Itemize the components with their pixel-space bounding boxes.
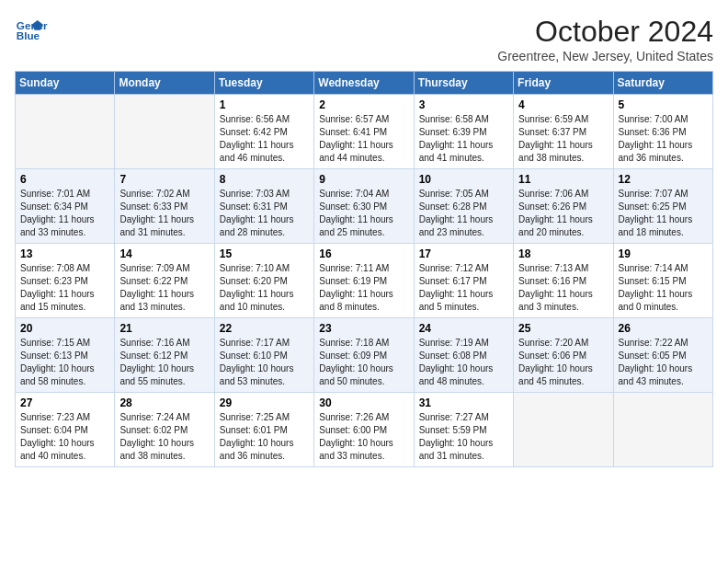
day-number: 5 [619, 98, 708, 111]
day-info: Sunrise: 7:14 AM Sunset: 6:15 PM Dayligh… [619, 262, 708, 314]
day-info: Sunrise: 7:00 AM Sunset: 6:36 PM Dayligh… [619, 113, 708, 165]
day-info: Sunrise: 7:15 AM Sunset: 6:13 PM Dayligh… [20, 337, 109, 388]
calendar-cell: 13Sunrise: 7:08 AM Sunset: 6:23 PM Dayli… [16, 244, 115, 318]
day-number: 27 [20, 396, 109, 409]
day-info: Sunrise: 6:57 AM Sunset: 6:41 PM Dayligh… [319, 113, 408, 165]
weekday-header: Monday [115, 72, 214, 95]
calendar-cell: 17Sunrise: 7:12 AM Sunset: 6:17 PM Dayli… [414, 244, 513, 318]
day-info: Sunrise: 7:23 AM Sunset: 6:04 PM Dayligh… [20, 411, 109, 463]
calendar-cell: 25Sunrise: 7:20 AM Sunset: 6:06 PM Dayli… [514, 318, 613, 393]
day-number: 18 [518, 247, 608, 260]
day-info: Sunrise: 7:19 AM Sunset: 6:08 PM Dayligh… [419, 337, 508, 388]
day-info: Sunrise: 7:01 AM Sunset: 6:34 PM Dayligh… [20, 188, 109, 239]
day-info: Sunrise: 7:05 AM Sunset: 6:28 PM Dayligh… [419, 188, 508, 239]
calendar-week-row: 20Sunrise: 7:15 AM Sunset: 6:13 PM Dayli… [16, 318, 713, 393]
calendar-cell: 9Sunrise: 7:04 AM Sunset: 6:30 PM Daylig… [314, 169, 414, 244]
title-block: October 2024 Greentree, New Jersey, Unit… [497, 15, 713, 63]
calendar-cell: 18Sunrise: 7:13 AM Sunset: 6:16 PM Dayli… [514, 244, 613, 318]
calendar-cell: 29Sunrise: 7:25 AM Sunset: 6:01 PM Dayli… [214, 393, 313, 467]
day-number: 9 [319, 173, 408, 186]
day-number: 22 [220, 322, 309, 335]
calendar-cell: 28Sunrise: 7:24 AM Sunset: 6:02 PM Dayli… [115, 393, 214, 467]
day-info: Sunrise: 7:03 AM Sunset: 6:31 PM Dayligh… [220, 188, 309, 239]
calendar-cell: 5Sunrise: 7:00 AM Sunset: 6:36 PM Daylig… [613, 95, 712, 169]
calendar-cell: 3Sunrise: 6:58 AM Sunset: 6:39 PM Daylig… [414, 95, 513, 169]
calendar-cell: 27Sunrise: 7:23 AM Sunset: 6:04 PM Dayli… [16, 393, 115, 467]
page-header: General Blue October 2024 Greentree, New… [15, 15, 713, 63]
calendar-cell: 12Sunrise: 7:07 AM Sunset: 6:25 PM Dayli… [613, 169, 712, 244]
logo: General Blue [15, 15, 48, 48]
day-info: Sunrise: 7:10 AM Sunset: 6:20 PM Dayligh… [220, 262, 309, 314]
day-number: 29 [220, 396, 309, 409]
day-info: Sunrise: 7:25 AM Sunset: 6:01 PM Dayligh… [220, 411, 309, 463]
calendar-body: 1Sunrise: 6:56 AM Sunset: 6:42 PM Daylig… [16, 95, 713, 467]
day-info: Sunrise: 7:24 AM Sunset: 6:02 PM Dayligh… [119, 411, 209, 463]
calendar-cell: 23Sunrise: 7:18 AM Sunset: 6:09 PM Dayli… [314, 318, 414, 393]
calendar-cell [613, 393, 712, 467]
day-number: 3 [419, 98, 508, 111]
day-info: Sunrise: 7:13 AM Sunset: 6:16 PM Dayligh… [518, 262, 608, 314]
day-info: Sunrise: 7:18 AM Sunset: 6:09 PM Dayligh… [319, 337, 408, 388]
weekday-header: Saturday [613, 72, 712, 95]
day-info: Sunrise: 7:16 AM Sunset: 6:12 PM Dayligh… [119, 337, 209, 388]
calendar-week-row: 1Sunrise: 6:56 AM Sunset: 6:42 PM Daylig… [16, 95, 713, 169]
month-title: October 2024 [497, 15, 713, 49]
calendar-cell: 14Sunrise: 7:09 AM Sunset: 6:22 PM Dayli… [115, 244, 214, 318]
day-number: 13 [20, 247, 109, 260]
day-number: 28 [119, 396, 209, 409]
day-number: 30 [319, 396, 408, 409]
day-number: 2 [319, 98, 408, 111]
svg-text:Blue: Blue [17, 29, 40, 41]
calendar-cell: 20Sunrise: 7:15 AM Sunset: 6:13 PM Dayli… [16, 318, 115, 393]
day-info: Sunrise: 7:08 AM Sunset: 6:23 PM Dayligh… [20, 262, 109, 314]
calendar-cell: 19Sunrise: 7:14 AM Sunset: 6:15 PM Dayli… [613, 244, 712, 318]
calendar-header: SundayMondayTuesdayWednesdayThursdayFrid… [16, 72, 713, 95]
calendar-cell: 7Sunrise: 7:02 AM Sunset: 6:33 PM Daylig… [115, 169, 214, 244]
day-info: Sunrise: 7:11 AM Sunset: 6:19 PM Dayligh… [319, 262, 408, 314]
weekday-header: Wednesday [314, 72, 414, 95]
day-number: 17 [419, 247, 508, 260]
day-number: 10 [419, 173, 508, 186]
day-number: 26 [619, 322, 708, 335]
day-info: Sunrise: 7:26 AM Sunset: 6:00 PM Dayligh… [319, 411, 408, 463]
calendar-table: SundayMondayTuesdayWednesdayThursdayFrid… [15, 71, 713, 467]
day-info: Sunrise: 7:17 AM Sunset: 6:10 PM Dayligh… [220, 337, 309, 388]
calendar-cell: 16Sunrise: 7:11 AM Sunset: 6:19 PM Dayli… [314, 244, 414, 318]
day-info: Sunrise: 7:02 AM Sunset: 6:33 PM Dayligh… [119, 188, 209, 239]
day-info: Sunrise: 6:59 AM Sunset: 6:37 PM Dayligh… [518, 113, 608, 165]
day-info: Sunrise: 6:58 AM Sunset: 6:39 PM Dayligh… [419, 113, 508, 165]
day-info: Sunrise: 7:27 AM Sunset: 5:59 PM Dayligh… [419, 411, 508, 463]
calendar-cell: 15Sunrise: 7:10 AM Sunset: 6:20 PM Dayli… [214, 244, 313, 318]
calendar-cell: 26Sunrise: 7:22 AM Sunset: 6:05 PM Dayli… [613, 318, 712, 393]
weekday-header: Thursday [414, 72, 513, 95]
calendar-cell: 10Sunrise: 7:05 AM Sunset: 6:28 PM Dayli… [414, 169, 513, 244]
calendar-week-row: 13Sunrise: 7:08 AM Sunset: 6:23 PM Dayli… [16, 244, 713, 318]
day-number: 15 [220, 247, 309, 260]
day-number: 25 [518, 322, 608, 335]
day-info: Sunrise: 7:20 AM Sunset: 6:06 PM Dayligh… [518, 337, 608, 388]
day-info: Sunrise: 7:12 AM Sunset: 6:17 PM Dayligh… [419, 262, 508, 314]
day-info: Sunrise: 6:56 AM Sunset: 6:42 PM Dayligh… [220, 113, 309, 165]
day-info: Sunrise: 7:04 AM Sunset: 6:30 PM Dayligh… [319, 188, 408, 239]
day-number: 16 [319, 247, 408, 260]
day-info: Sunrise: 7:07 AM Sunset: 6:25 PM Dayligh… [619, 188, 708, 239]
day-number: 11 [518, 173, 608, 186]
calendar-cell: 30Sunrise: 7:26 AM Sunset: 6:00 PM Dayli… [314, 393, 414, 467]
weekday-header: Sunday [16, 72, 115, 95]
day-info: Sunrise: 7:06 AM Sunset: 6:26 PM Dayligh… [518, 188, 608, 239]
calendar-cell [115, 95, 214, 169]
calendar-cell: 31Sunrise: 7:27 AM Sunset: 5:59 PM Dayli… [414, 393, 513, 467]
day-number: 19 [619, 247, 708, 260]
day-number: 7 [119, 173, 209, 186]
calendar-cell: 4Sunrise: 6:59 AM Sunset: 6:37 PM Daylig… [514, 95, 613, 169]
day-number: 6 [20, 173, 109, 186]
day-number: 14 [119, 247, 209, 260]
logo-icon: General Blue [15, 15, 48, 48]
day-number: 23 [319, 322, 408, 335]
day-number: 31 [419, 396, 508, 409]
day-number: 1 [220, 98, 309, 111]
calendar-cell: 24Sunrise: 7:19 AM Sunset: 6:08 PM Dayli… [414, 318, 513, 393]
calendar-cell: 6Sunrise: 7:01 AM Sunset: 6:34 PM Daylig… [16, 169, 115, 244]
weekday-header: Tuesday [214, 72, 313, 95]
location: Greentree, New Jersey, United States [497, 49, 713, 63]
